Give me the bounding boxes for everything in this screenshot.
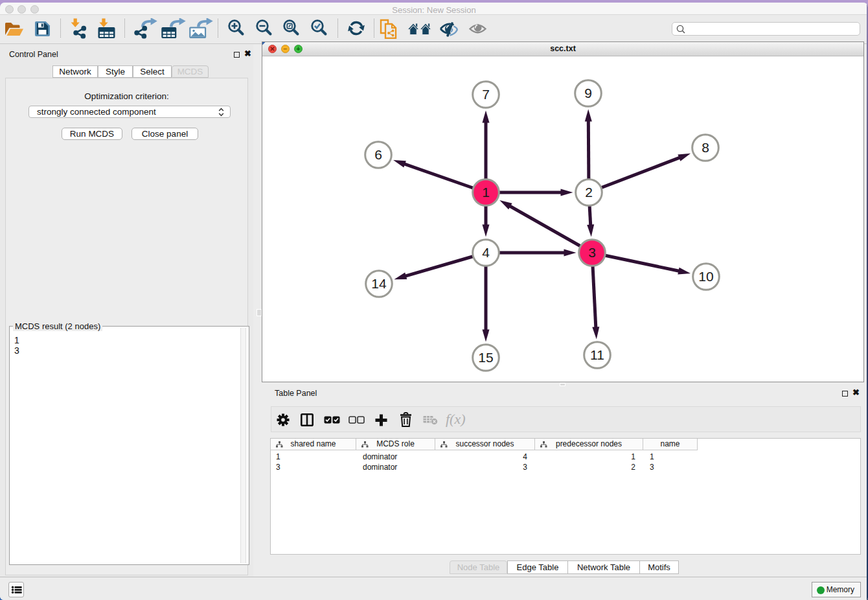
svg-text:10: 10 (698, 269, 713, 284)
svg-text:1: 1 (482, 185, 490, 200)
svg-text:14: 14 (371, 276, 387, 291)
svg-text:3: 3 (588, 245, 596, 260)
svg-text:9: 9 (584, 86, 592, 100)
svg-text:2: 2 (585, 185, 593, 200)
svg-text:11: 11 (590, 347, 604, 362)
svg-text:6: 6 (374, 147, 382, 162)
svg-text:8: 8 (702, 140, 709, 155)
svg-text:4: 4 (482, 245, 490, 260)
svg-text:7: 7 (482, 87, 490, 102)
svg-text:15: 15 (478, 350, 493, 365)
